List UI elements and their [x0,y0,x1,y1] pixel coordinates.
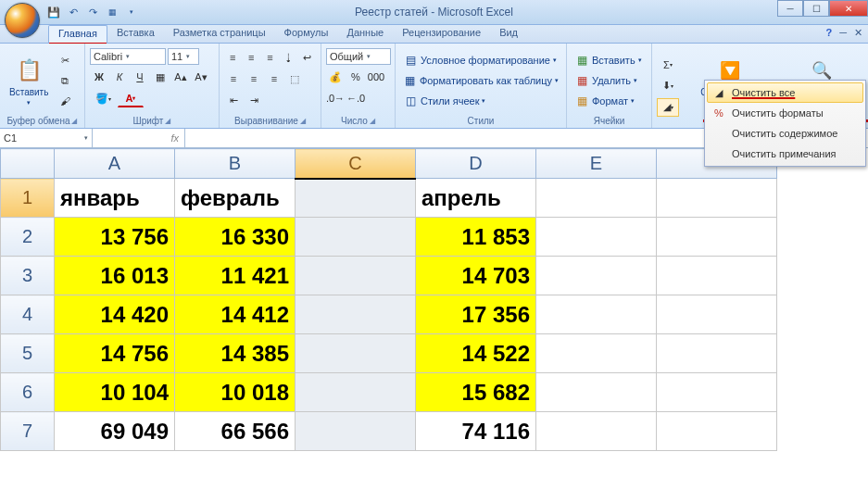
cell-f3[interactable] [657,257,777,295]
cell-c7[interactable] [296,412,416,451]
tab-data[interactable]: Данные [337,25,393,43]
cell-b4[interactable]: 14 412 [175,295,296,334]
cut-icon[interactable]: ✂ [56,51,74,69]
cell-f5[interactable] [657,334,777,373]
row-header-6[interactable]: 6 [1,373,55,412]
fill-color-button[interactable]: 🪣▾ [90,89,116,107]
cell-b7[interactable]: 66 566 [175,412,296,451]
cell-b2[interactable]: 16 330 [175,218,296,257]
qat-dropdown-icon[interactable]: ▾ [124,5,139,19]
undo-icon[interactable]: ↶ [66,5,81,19]
increase-decimal-icon[interactable]: .0→ [326,89,345,107]
cell-a1[interactable]: январь [55,179,175,218]
cell-c6[interactable] [296,373,416,412]
clear-button[interactable]: ◢▾ [657,98,679,117]
cell-e2[interactable] [536,218,657,257]
cell-f4[interactable] [657,295,777,334]
font-name-combo[interactable]: Calibri▾ [90,48,166,65]
name-box[interactable]: C1▾ [0,129,93,147]
row-header-4[interactable]: 4 [1,295,55,334]
tab-view[interactable]: Вид [490,25,527,43]
cell-e1[interactable] [536,179,657,218]
cell-d5[interactable]: 14 522 [416,334,536,373]
cell-f2[interactable] [657,218,777,257]
col-header-c[interactable]: C [296,149,416,179]
col-header-d[interactable]: D [416,149,536,179]
align-middle-icon[interactable]: ≡ [243,48,259,67]
format-as-table-button[interactable]: ▦Форматировать как таблицу▾ [400,72,561,89]
cell-b6[interactable]: 10 018 [175,373,296,412]
row-header-1[interactable]: 1 [1,179,55,218]
grow-font-icon[interactable]: A▴ [171,68,190,86]
cell-c3[interactable] [296,257,416,295]
alignment-launcher-icon[interactable]: ◢ [300,117,306,125]
number-format-combo[interactable]: Общий▾ [326,48,391,65]
help-icon[interactable]: ? [825,27,832,39]
cell-e7[interactable] [536,412,657,451]
clipboard-launcher-icon[interactable]: ◢ [71,117,77,125]
bold-button[interactable]: Ж [90,68,108,86]
cell-c5[interactable] [296,334,416,373]
clear-all-item[interactable]: ◢ Очистить все [707,82,863,103]
minimize-button[interactable]: ─ [777,0,803,17]
close-button[interactable]: ✕ [829,0,868,17]
insert-cells-button[interactable]: ▦Вставить▾ [572,52,647,69]
font-color-button[interactable]: A▾ [118,89,144,107]
cell-d3[interactable]: 14 703 [416,257,536,295]
align-bottom-icon[interactable]: ≡ [261,48,278,67]
tab-home[interactable]: Главная [48,25,107,43]
save-icon[interactable]: 💾 [46,5,61,19]
currency-icon[interactable]: 💰 [326,68,345,86]
minimize-ribbon-icon[interactable]: ─ [839,27,847,39]
number-launcher-icon[interactable]: ◢ [370,117,375,125]
tab-review[interactable]: Рецензирование [393,25,490,43]
cell-a5[interactable]: 14 756 [55,334,175,373]
align-right-icon[interactable]: ≡ [265,69,283,88]
cell-a7[interactable]: 69 049 [55,412,175,451]
cell-d2[interactable]: 11 853 [416,218,536,257]
font-size-combo[interactable]: 11▾ [168,48,199,65]
merge-icon[interactable]: ⬚ [285,69,304,88]
row-header-2[interactable]: 2 [1,218,55,257]
copy-icon[interactable]: ⧉ [56,71,74,90]
align-center-icon[interactable]: ≡ [245,69,263,88]
font-launcher-icon[interactable]: ◢ [165,117,170,125]
cell-f1[interactable] [657,179,777,218]
cell-d4[interactable]: 17 356 [416,295,536,334]
conditional-formatting-button[interactable]: ▤Условное форматирование▾ [400,52,561,69]
cell-d6[interactable]: 15 682 [416,373,536,412]
cell-d7[interactable]: 74 116 [416,412,536,451]
cell-c1[interactable] [296,179,416,218]
clear-contents-item[interactable]: Очистить содержимое [707,123,863,144]
col-header-e[interactable]: E [536,149,657,179]
col-header-a[interactable]: A [55,149,175,179]
row-header-7[interactable]: 7 [1,412,55,451]
underline-button[interactable]: Ч [131,68,149,86]
cell-e4[interactable] [536,295,657,334]
orientation-icon[interactable]: ⭭ [281,48,297,67]
cell-b5[interactable]: 14 385 [175,334,296,373]
paste-button[interactable]: 📋 Вставить ▾ [5,46,53,115]
italic-button[interactable]: К [110,68,129,86]
row-header-3[interactable]: 3 [1,257,55,295]
cell-f7[interactable] [657,412,777,451]
percent-icon[interactable]: % [346,68,365,86]
format-cells-button[interactable]: ▦Формат▾ [572,93,647,109]
cell-c2[interactable] [296,218,416,257]
cell-e3[interactable] [536,257,657,295]
select-all-corner[interactable] [1,149,55,179]
window-close-small-icon[interactable]: ✕ [854,27,862,39]
qat-custom-icon[interactable]: ▦ [105,5,120,19]
cell-a2[interactable]: 13 756 [55,218,175,257]
decrease-decimal-icon[interactable]: ←.0 [346,89,365,107]
row-header-5[interactable]: 5 [1,334,55,373]
fill-button[interactable]: ⬇▾ [657,77,679,95]
office-button[interactable] [5,3,40,38]
cell-a3[interactable]: 16 013 [55,257,175,295]
format-painter-icon[interactable]: 🖌 [56,92,74,110]
cell-f6[interactable] [657,373,777,412]
border-button[interactable]: ▦ [151,68,170,86]
clear-formats-item[interactable]: % Очистить форматы [707,103,863,123]
delete-cells-button[interactable]: ▦Удалить▾ [572,72,647,89]
tab-formulas[interactable]: Формулы [275,25,338,43]
